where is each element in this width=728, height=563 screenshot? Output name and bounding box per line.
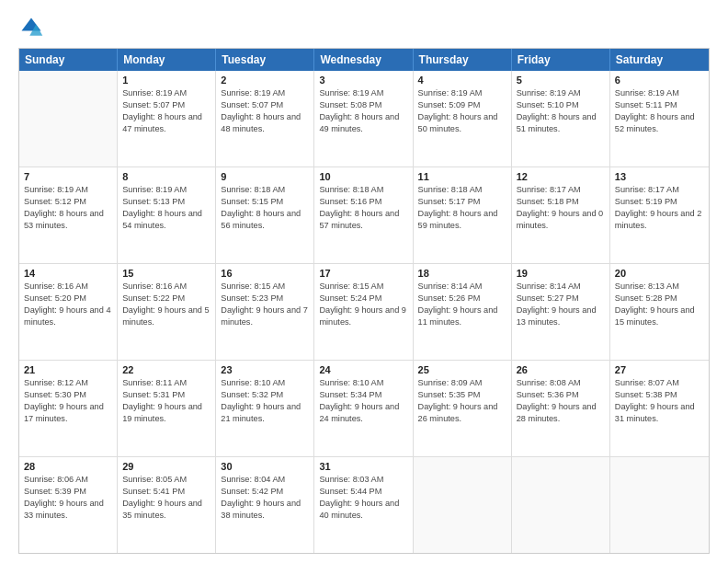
- day-number: 17: [319, 268, 407, 279]
- cell-info-line: Daylight: 9 hours and 4 minutes.: [24, 304, 112, 328]
- day-number: 3: [319, 75, 407, 86]
- day-cell-25: 25Sunrise: 8:09 AMSunset: 5:35 PMDayligh…: [414, 361, 512, 456]
- cell-info-line: Sunset: 5:42 PM: [221, 486, 309, 498]
- cell-info-line: Sunrise: 8:19 AM: [517, 87, 605, 99]
- empty-cell-4-6: [610, 457, 709, 553]
- calendar-body: 1Sunrise: 8:19 AMSunset: 5:07 PMDaylight…: [19, 71, 709, 553]
- empty-cell-0-0: [19, 71, 118, 167]
- day-number: 6: [615, 75, 704, 86]
- cell-info-line: Sunrise: 8:10 AM: [221, 377, 309, 389]
- cell-info-line: Daylight: 9 hours and 21 minutes.: [221, 401, 309, 425]
- cell-info-line: Daylight: 9 hours and 38 minutes.: [221, 498, 309, 522]
- day-number: 23: [221, 364, 309, 375]
- day-cell-29: 29Sunrise: 8:05 AMSunset: 5:41 PMDayligh…: [118, 457, 216, 553]
- cell-info-line: Sunset: 5:34 PM: [319, 389, 407, 401]
- day-number: 8: [122, 171, 210, 182]
- cell-info-line: Sunrise: 8:12 AM: [24, 377, 112, 389]
- calendar-header: SundayMondayTuesdayWednesdayThursdayFrid…: [19, 49, 709, 71]
- calendar: SundayMondayTuesdayWednesdayThursdayFrid…: [18, 48, 710, 554]
- cell-info-line: Daylight: 8 hours and 50 minutes.: [418, 111, 506, 135]
- day-number: 25: [418, 364, 506, 375]
- cell-info-line: Sunrise: 8:18 AM: [418, 184, 506, 196]
- cell-info-line: Sunrise: 8:08 AM: [517, 377, 605, 389]
- cell-info-line: Sunrise: 8:17 AM: [615, 184, 704, 196]
- cell-info-line: Sunrise: 8:16 AM: [24, 281, 112, 293]
- day-number: 27: [615, 364, 704, 375]
- weekday-header-wednesday: Wednesday: [314, 49, 413, 71]
- cell-info-line: Sunset: 5:35 PM: [418, 389, 506, 401]
- day-cell-11: 11Sunrise: 8:18 AMSunset: 5:17 PMDayligh…: [414, 167, 512, 263]
- weekday-header-friday: Friday: [512, 49, 610, 71]
- cell-info-line: Sunrise: 8:09 AM: [418, 377, 506, 389]
- day-number: 18: [418, 268, 506, 279]
- day-number: 11: [418, 171, 506, 182]
- day-number: 21: [24, 364, 112, 375]
- cell-info-line: Daylight: 9 hours and 17 minutes.: [24, 401, 112, 425]
- day-cell-17: 17Sunrise: 8:15 AMSunset: 5:24 PMDayligh…: [314, 264, 413, 360]
- cell-info-line: Sunset: 5:12 PM: [24, 196, 112, 208]
- day-cell-19: 19Sunrise: 8:14 AMSunset: 5:27 PMDayligh…: [512, 264, 610, 360]
- day-cell-12: 12Sunrise: 8:17 AMSunset: 5:18 PMDayligh…: [512, 167, 610, 263]
- cell-info-line: Sunset: 5:07 PM: [221, 99, 309, 111]
- cell-info-line: Sunrise: 8:13 AM: [615, 281, 704, 293]
- day-number: 5: [517, 75, 605, 86]
- cell-info-line: Sunset: 5:27 PM: [517, 293, 605, 304]
- day-number: 13: [615, 171, 704, 182]
- cell-info-line: Sunrise: 8:19 AM: [615, 87, 704, 99]
- cell-info-line: Sunrise: 8:19 AM: [24, 184, 112, 196]
- cell-info-line: Daylight: 9 hours and 24 minutes.: [319, 401, 407, 425]
- cell-info-line: Daylight: 8 hours and 52 minutes.: [615, 111, 704, 135]
- cell-info-line: Sunset: 5:09 PM: [418, 99, 506, 111]
- day-number: 9: [221, 171, 309, 182]
- cell-info-line: Sunset: 5:19 PM: [615, 196, 704, 208]
- cell-info-line: Sunset: 5:39 PM: [24, 486, 112, 498]
- cell-info-line: Sunset: 5:22 PM: [122, 293, 210, 304]
- cell-info-line: Sunrise: 8:16 AM: [122, 281, 210, 293]
- calendar-row-2: 14Sunrise: 8:16 AMSunset: 5:20 PMDayligh…: [19, 264, 709, 361]
- day-number: 1: [122, 75, 210, 86]
- cell-info-line: Sunset: 5:15 PM: [221, 196, 309, 208]
- cell-info-line: Sunrise: 8:14 AM: [418, 281, 506, 293]
- cell-info-line: Sunrise: 8:14 AM: [517, 281, 605, 293]
- cell-info-line: Daylight: 9 hours and 2 minutes.: [615, 208, 704, 232]
- day-cell-9: 9Sunrise: 8:18 AMSunset: 5:15 PMDaylight…: [216, 167, 314, 263]
- cell-info-line: Sunset: 5:38 PM: [615, 389, 704, 401]
- cell-info-line: Daylight: 8 hours and 56 minutes.: [221, 208, 309, 232]
- cell-info-line: Sunset: 5:07 PM: [122, 99, 210, 111]
- cell-info-line: Sunset: 5:26 PM: [418, 293, 506, 304]
- cell-info-line: Sunrise: 8:03 AM: [319, 474, 407, 486]
- day-number: 2: [221, 75, 309, 86]
- day-cell-10: 10Sunrise: 8:18 AMSunset: 5:16 PMDayligh…: [314, 167, 413, 263]
- logo: [18, 15, 48, 40]
- weekday-header-tuesday: Tuesday: [216, 49, 314, 71]
- cell-info-line: Sunset: 5:20 PM: [24, 293, 112, 304]
- cell-info-line: Sunset: 5:10 PM: [517, 99, 605, 111]
- cell-info-line: Daylight: 8 hours and 53 minutes.: [24, 208, 112, 232]
- day-cell-26: 26Sunrise: 8:08 AMSunset: 5:36 PMDayligh…: [512, 361, 610, 456]
- cell-info-line: Sunset: 5:44 PM: [319, 486, 407, 498]
- day-cell-16: 16Sunrise: 8:15 AMSunset: 5:23 PMDayligh…: [216, 264, 314, 360]
- cell-info-line: Sunrise: 8:18 AM: [319, 184, 407, 196]
- cell-info-line: Sunrise: 8:15 AM: [221, 281, 309, 293]
- cell-info-line: Daylight: 9 hours and 28 minutes.: [517, 401, 605, 425]
- cell-info-line: Sunrise: 8:18 AM: [221, 184, 309, 196]
- day-cell-15: 15Sunrise: 8:16 AMSunset: 5:22 PMDayligh…: [118, 264, 216, 360]
- cell-info-line: Sunrise: 8:07 AM: [615, 377, 704, 389]
- day-cell-2: 2Sunrise: 8:19 AMSunset: 5:07 PMDaylight…: [216, 71, 314, 167]
- day-number: 12: [517, 171, 605, 182]
- cell-info-line: Daylight: 8 hours and 59 minutes.: [418, 208, 506, 232]
- day-cell-22: 22Sunrise: 8:11 AMSunset: 5:31 PMDayligh…: [118, 361, 216, 456]
- weekday-header-monday: Monday: [118, 49, 216, 71]
- empty-cell-4-4: [414, 457, 512, 553]
- cell-info-line: Daylight: 9 hours and 5 minutes.: [122, 304, 210, 328]
- cell-info-line: Sunset: 5:23 PM: [221, 293, 309, 304]
- cell-info-line: Sunset: 5:18 PM: [517, 196, 605, 208]
- day-number: 31: [319, 461, 407, 472]
- cell-info-line: Sunrise: 8:19 AM: [418, 87, 506, 99]
- cell-info-line: Sunset: 5:08 PM: [319, 99, 407, 111]
- cell-info-line: Daylight: 9 hours and 33 minutes.: [24, 498, 112, 522]
- day-cell-18: 18Sunrise: 8:14 AMSunset: 5:26 PMDayligh…: [414, 264, 512, 360]
- cell-info-line: Daylight: 8 hours and 54 minutes.: [122, 208, 210, 232]
- day-number: 14: [24, 268, 112, 279]
- cell-info-line: Sunset: 5:28 PM: [615, 293, 704, 304]
